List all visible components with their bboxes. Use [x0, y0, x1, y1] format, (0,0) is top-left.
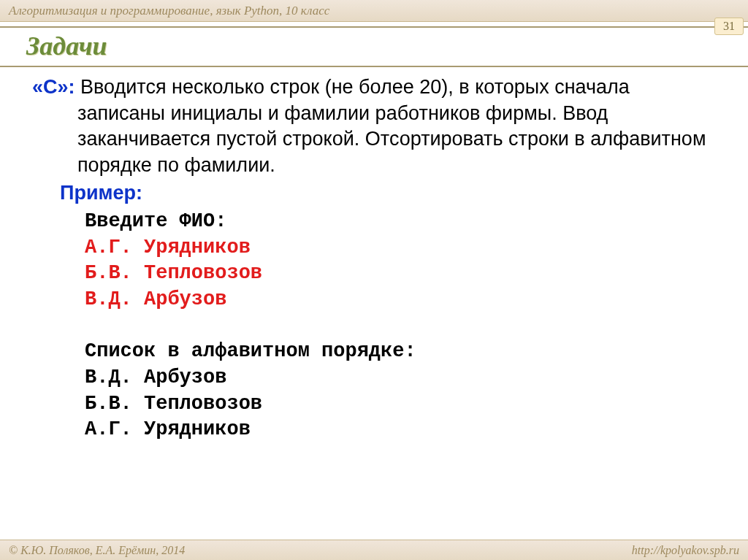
code-input-line: Б.В. Тепловозов — [85, 262, 262, 284]
example-label-text: Пример: — [60, 182, 142, 204]
code-input-line: А.Г. Урядников — [85, 237, 251, 258]
task-text: Вводится несколько строк (не более 20), … — [75, 76, 706, 176]
footer-copyright: © К.Ю. Поляков, Е.А. Ерёмин, 2014 — [9, 544, 185, 557]
breadcrumb: Алгоритмизация и программирование, язык … — [9, 4, 329, 18]
page-title: Задачи — [26, 31, 722, 61]
page-number: 31 — [723, 20, 735, 33]
footer-bar: © К.Ю. Поляков, Е.А. Ерёмин, 2014 http:/… — [0, 540, 748, 560]
code-output-line: Б.В. Тепловозов — [85, 393, 262, 415]
content: «C»: Вводится несколько строк (не более … — [0, 67, 748, 443]
code-output-line: В.Д. Арбузов — [85, 367, 226, 388]
task-paragraph: «C»: Вводится несколько строк (не более … — [32, 74, 716, 179]
code-prompt: Введите ФИО: — [85, 210, 226, 232]
footer-url: http://kpolyakov.spb.ru — [632, 544, 739, 557]
code-input-line: В.Д. Арбузов — [85, 288, 226, 310]
header-bar: Алгоритмизация и программирование, язык … — [0, 0, 748, 22]
title-bar: Задачи — [0, 26, 748, 67]
page-number-badge: 31 — [714, 18, 744, 35]
example-label: Пример: — [32, 180, 716, 207]
code-output-header: Список в алфавитном порядке: — [85, 340, 416, 362]
code-output-line: А.Г. Урядников — [85, 418, 251, 440]
task-prefix: «C»: — [32, 76, 75, 98]
code-block: Введите ФИО: А.Г. Урядников Б.В. Теплово… — [32, 209, 716, 443]
